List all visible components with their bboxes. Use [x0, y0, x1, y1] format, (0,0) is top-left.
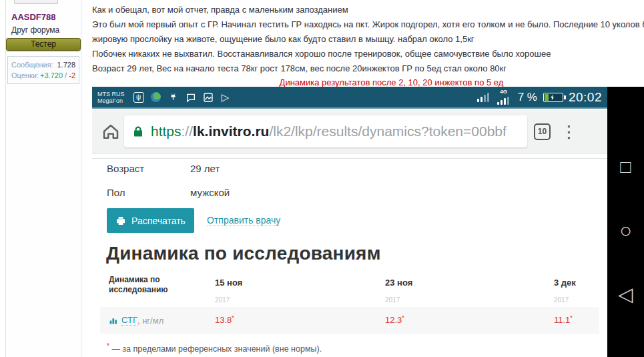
- out-of-range-flag: *: [570, 314, 573, 321]
- messages-count: 1.728: [57, 59, 75, 70]
- battery-percent: 7 %: [518, 91, 537, 104]
- photo-icon: [202, 91, 214, 103]
- post-line: Как и обещал, вот мой отчет, правда с ма…: [92, 3, 644, 17]
- table-header-year-1: 2017: [215, 296, 230, 304]
- clock: 20:02: [569, 90, 602, 105]
- ratings-negative: -2: [69, 71, 75, 79]
- post-line: жировую прослойку на животе, ощущение бы…: [92, 32, 644, 47]
- lock-icon: [132, 125, 144, 137]
- test-unit: , нг/мл: [137, 316, 164, 326]
- result-value-2: 12.3*: [385, 314, 404, 325]
- android-notification-icon: [168, 91, 180, 103]
- result-value-1: 13.8*: [215, 314, 234, 325]
- post-line: Возраст 29 лет, Вес на начало теста 78кг…: [92, 61, 644, 76]
- ratings-positive: +3.720: [40, 71, 63, 79]
- url-path: /lk2/lkp/results/dynamics?token=00bbf: [269, 123, 506, 139]
- sex-label: Пол: [107, 187, 125, 198]
- result-value-3: 11.1*: [554, 314, 573, 325]
- table-header-year-3: 2017: [554, 296, 569, 304]
- home-button[interactable]: [100, 121, 121, 143]
- table-header-study: Динамика по исследованию: [109, 275, 168, 295]
- mobile-data-icon: 4G: [497, 89, 511, 105]
- post-line: Побочек никаких не выхватил. Восстанавли…: [92, 47, 644, 61]
- url-bar[interactable]: https://lk.invitro.ru/lk2/lkp/results/dy…: [124, 115, 527, 147]
- play-store-icon: ▷: [220, 91, 232, 103]
- tester-badge: Тестер: [6, 38, 81, 51]
- username-link[interactable]: AASDF788: [11, 12, 55, 22]
- age-label: Возраст: [107, 163, 144, 174]
- user-title: Друг форума: [11, 25, 59, 35]
- carrier-line1: MTS RUS: [97, 91, 125, 97]
- sex-value: мужской: [190, 187, 230, 198]
- ratings-value: +3.720 / -2: [40, 70, 75, 81]
- table-header-date-3: 3 дек: [554, 278, 576, 288]
- carrier-label: MTS RUS MegaFon: [97, 91, 125, 104]
- user-stats-box: Сообщения: 1.728 Оценки: +3.720 / -2: [7, 56, 79, 84]
- field-row-age: Возраст 29 лет: [107, 163, 440, 174]
- bar-chart-icon: [109, 316, 117, 325]
- table-row: СТГ , нг/мл 13.8* 12.3* 11.1*: [100, 307, 599, 334]
- messages-label: Сообщения:: [11, 59, 53, 70]
- footnote: * — за пределами референсных значений (в…: [107, 342, 322, 354]
- out-of-range-flag: *: [402, 314, 404, 321]
- age-value: 29 лет: [190, 163, 220, 174]
- field-row-sex: Пол мужской: [107, 187, 440, 198]
- table-header-date-2: 23 ноя: [385, 278, 412, 288]
- url-domain: lk.invitro.ru: [193, 123, 269, 139]
- table-header-year-2: 2017: [385, 296, 400, 304]
- home-nav-button[interactable]: ○: [619, 219, 632, 243]
- signal-strength-icon: [477, 92, 491, 102]
- stats-row-messages: Сообщения: 1.728: [11, 59, 75, 70]
- globe-icon: [150, 91, 162, 103]
- table-header-date-1: 15 ноя: [215, 278, 242, 288]
- send-to-doctor-link[interactable]: Отправить врачу: [207, 215, 280, 226]
- url-text: https://lk.invitro.ru/lk2/lkp/results/dy…: [151, 123, 507, 139]
- url-separator: ://: [182, 123, 194, 139]
- recents-button[interactable]: □: [620, 157, 631, 177]
- carrier-line2: MegaFon: [97, 97, 125, 104]
- out-of-range-flag: *: [232, 314, 234, 321]
- invitro-page: Возраст 29 лет Пол мужской Распечатать О…: [92, 153, 607, 357]
- print-button[interactable]: Распечатать: [107, 208, 194, 233]
- test-cell: СТГ , нг/мл: [109, 315, 164, 326]
- test-name-link[interactable]: СТГ: [121, 315, 137, 326]
- screenshot-root: AASDF788 Друг форума Тестер Сообщения: 1…: [0, 0, 644, 357]
- page-title: Динамика по исследованиям: [106, 243, 381, 264]
- divider: [92, 158, 607, 159]
- forum-user-sidebar: AASDF788 Друг форума Тестер Сообщения: 1…: [5, 0, 81, 357]
- stats-row-ratings: Оценки: +3.720 / -2: [11, 70, 75, 81]
- browser-toolbar: https://lk.invitro.ru/lk2/lkp/results/dy…: [92, 110, 607, 153]
- usb-icon: ψ: [133, 91, 145, 103]
- post-line: Это был мой первый опыт с ГР. Начинал те…: [92, 17, 644, 32]
- footnote-text: — за пределами референсных значений (вне…: [109, 344, 322, 354]
- url-scheme: https: [151, 123, 182, 139]
- ratings-label: Оценки:: [11, 70, 39, 81]
- tab-switcher-button[interactable]: 10: [534, 123, 551, 140]
- printer-icon: [115, 216, 126, 226]
- battery-icon: [543, 93, 563, 102]
- android-nav-bar: □ ○ ◁: [607, 87, 644, 357]
- forum-post-body: Как и обещал, вот мой отчет, правда с ма…: [92, 3, 644, 89]
- avatar: [14, 0, 58, 4]
- back-button[interactable]: ◁: [618, 283, 633, 306]
- android-status-bar: MTS RUS MegaFon ψ ▷ 4G 7 % 20:02: [92, 87, 607, 109]
- print-button-label: Распечатать: [131, 216, 186, 226]
- browser-menu-button[interactable]: ⋮: [561, 116, 574, 147]
- ratings-separator: /: [63, 71, 69, 79]
- chat-bubble-icon: [185, 91, 197, 103]
